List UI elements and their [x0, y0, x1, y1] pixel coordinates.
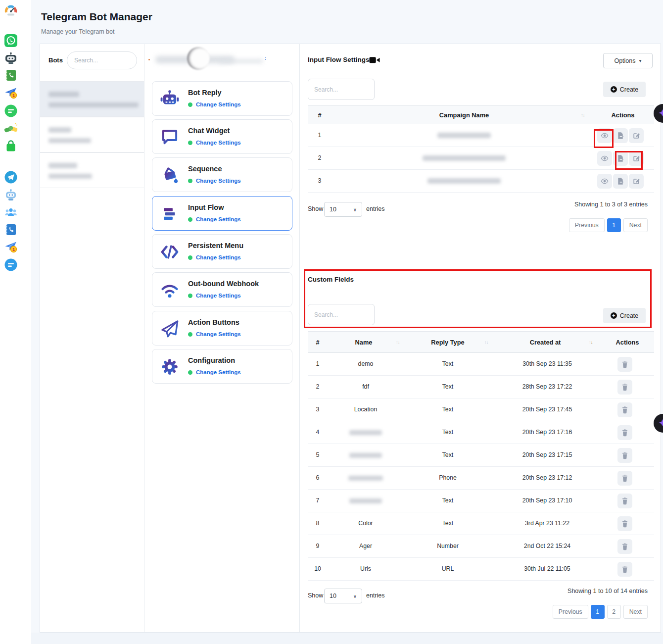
edit-button[interactable]	[629, 174, 644, 189]
page-1-button[interactable]: 1	[607, 218, 621, 232]
next-page-button[interactable]: Next	[623, 605, 648, 619]
settings-card-input-flow[interactable]: Input Flow Change Settings	[152, 196, 292, 231]
delete-button[interactable]	[617, 425, 632, 440]
export-button[interactable]	[613, 174, 628, 189]
sort-icon[interactable]: ↑↓	[396, 340, 400, 345]
settings-card-label: Bot Reply	[188, 89, 222, 97]
field-name: Ager	[359, 543, 372, 549]
bot-list-item-1[interactable]	[40, 81, 144, 117]
custom-fields-create-button[interactable]: +Create	[603, 308, 646, 323]
field-name: demo	[358, 360, 374, 367]
page-size-select[interactable]: 10∨	[324, 202, 362, 217]
field-reply-type: Text	[442, 383, 454, 390]
change-settings-link[interactable]: Change Settings	[196, 178, 241, 184]
campaign-row-3: 3	[308, 170, 654, 193]
whatsapp-contacts-icon[interactable]	[4, 68, 18, 82]
previous-page-button[interactable]: Previous	[569, 218, 605, 232]
row-num: 1	[316, 360, 320, 367]
partnership-icon[interactable]	[4, 121, 18, 135]
field-name-blurred	[349, 453, 382, 458]
delete-button[interactable]	[617, 516, 632, 531]
telegram-premium-icon[interactable]: 1	[4, 86, 18, 99]
field-created-at: 20th Sep 23 17:12	[522, 474, 572, 481]
field-created-at: 30th Sep 23 11:35	[522, 360, 572, 367]
settings-card-outbound-webhook[interactable]: Out-bound Webhook Change Settings	[152, 272, 292, 307]
field-created-at: 20th Sep 23 17:10	[522, 497, 572, 504]
shop-icon[interactable]	[4, 139, 18, 153]
settings-card-configuration[interactable]: Configuration Change Settings	[152, 349, 292, 384]
col-num[interactable]: #	[316, 339, 319, 346]
field-reply-type: URL	[442, 565, 454, 572]
view-button[interactable]	[597, 151, 612, 166]
messenger-green-icon[interactable]	[4, 104, 18, 118]
change-settings-link[interactable]: Change Settings	[196, 140, 241, 146]
delete-button[interactable]	[617, 471, 632, 486]
svg-text:1: 1	[12, 93, 15, 98]
change-settings-link[interactable]: Change Settings	[196, 331, 241, 337]
field-name: fdf	[362, 383, 369, 390]
delete-button[interactable]	[617, 448, 632, 463]
settings-card-persistent-menu[interactable]: Persistent Menu Change Settings	[152, 234, 292, 269]
settings-card-action-buttons[interactable]: Action Buttons Change Settings	[152, 311, 292, 346]
change-settings-link[interactable]: Change Settings	[196, 369, 241, 375]
change-settings-link[interactable]: Change Settings	[196, 293, 241, 298]
input-flow-create-button[interactable]: +Create	[603, 82, 646, 97]
speed-test-icon[interactable]	[4, 4, 18, 18]
settings-card-sequence[interactable]: Sequence Change Settings	[152, 157, 292, 192]
input-flow-search-input[interactable]	[308, 79, 375, 100]
bot-list-item-3[interactable]	[40, 152, 144, 188]
row-num: 10	[314, 565, 321, 572]
campaign-name-blurred	[437, 133, 491, 138]
export-button[interactable]	[613, 151, 628, 166]
field-row-9: 9 Ager Number 2nd Oct 22 15:24	[308, 535, 654, 558]
telegram-chat-icon[interactable]	[4, 258, 18, 272]
change-settings-link[interactable]: Change Settings	[196, 216, 241, 222]
col-reply-type[interactable]: Reply Type	[431, 339, 464, 346]
bot-list-item-2[interactable]	[40, 117, 144, 152]
chatbot-icon[interactable]	[4, 51, 18, 65]
change-settings-link[interactable]: Change Settings	[196, 101, 241, 107]
delete-button[interactable]	[617, 539, 632, 554]
custom-fields-search-input[interactable]	[308, 304, 375, 325]
col-name[interactable]: Name	[355, 339, 373, 346]
settings-card-chat-widget[interactable]: Chat Widget Change Settings	[152, 119, 292, 154]
page-size-select[interactable]: 10∨	[324, 589, 362, 603]
delete-button[interactable]	[617, 402, 632, 417]
page-1-button[interactable]: 1	[591, 605, 605, 619]
col-created-at[interactable]: Created at	[530, 339, 561, 346]
telegram-group-icon[interactable]	[4, 205, 18, 219]
main-card: Bots : Bot Reply Change Settings	[40, 44, 661, 633]
field-row-2: 2 fdf Text 28th Sep 23 17:22	[308, 376, 654, 398]
export-button[interactable]	[613, 128, 628, 143]
page-2-button[interactable]: 2	[607, 605, 621, 619]
bots-search-input[interactable]	[67, 51, 137, 69]
sort-icon[interactable]: ↑↓	[484, 340, 488, 345]
sort-icon-active[interactable]: ↑↓	[589, 340, 593, 345]
row-num: 4	[316, 429, 320, 436]
settings-card-bot-reply[interactable]: Bot Reply Change Settings	[152, 81, 292, 116]
view-button[interactable]	[597, 174, 612, 189]
previous-page-button[interactable]: Previous	[553, 605, 588, 619]
telegram-bot-icon[interactable]	[4, 188, 18, 201]
col-num[interactable]: #	[318, 111, 321, 119]
telegram-icon[interactable]	[4, 170, 18, 184]
view-button[interactable]	[597, 128, 612, 143]
edit-button[interactable]	[629, 128, 644, 143]
delete-button[interactable]	[617, 380, 632, 395]
campaign-name-blurred	[423, 155, 506, 161]
input-flow-icon	[159, 203, 180, 224]
telegram-contacts-icon[interactable]	[4, 223, 18, 237]
whatsapp-icon[interactable]	[4, 34, 18, 48]
field-row-1: 1 demo Text 30th Sep 23 11:35	[308, 353, 654, 376]
edit-button[interactable]	[629, 151, 644, 166]
change-settings-link[interactable]: Change Settings	[196, 254, 241, 260]
delete-button[interactable]	[617, 562, 632, 577]
settings-card-label: Out-bound Webhook	[188, 280, 259, 288]
sort-icon[interactable]: ↑↓	[581, 112, 585, 118]
options-button[interactable]: Options▾	[603, 53, 653, 68]
delete-button[interactable]	[617, 494, 632, 508]
next-page-button[interactable]: Next	[623, 218, 648, 232]
delete-button[interactable]	[617, 357, 632, 372]
telegram-premium-blue-icon[interactable]: 1	[4, 240, 18, 253]
col-campaign-name[interactable]: Campaign Name	[439, 111, 489, 119]
